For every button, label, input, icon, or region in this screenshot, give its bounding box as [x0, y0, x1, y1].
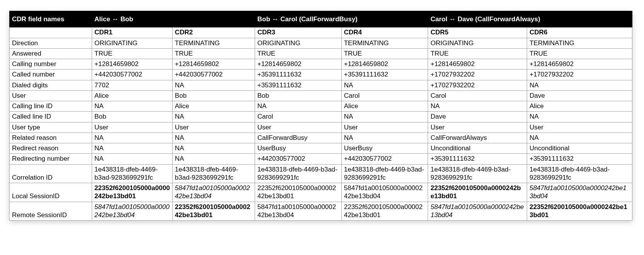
cell: 5847fd1a00105000a0000242be13bd04 — [527, 183, 632, 202]
cell: +442030577002 — [172, 70, 255, 80]
cell: NA — [341, 80, 428, 90]
cell: +12814659802 — [527, 59, 632, 70]
header-group-1-post: Bob — [118, 15, 133, 23]
cell: NA — [92, 143, 173, 154]
header-group-2: Bob ↔ Carol (CallForwardBusy) — [255, 11, 428, 27]
table-row: Calling line IDNAAliceNAAliceNAAlice — [10, 101, 632, 112]
row-field-name: Correlation ID — [10, 164, 92, 183]
header-group-3-post: Dave (CallForwardAlways) — [456, 15, 540, 23]
row-field-name: Called number — [10, 70, 92, 80]
cell: Alice — [527, 101, 632, 112]
row-field-name: Answered — [10, 48, 92, 59]
double-arrow-icon: ↔ — [112, 15, 118, 23]
cell: Bob — [92, 112, 173, 122]
cell: TRUE — [255, 48, 341, 59]
cdr-table: CDR field names Alice ↔ Bob Bob ↔ Carol … — [9, 11, 632, 221]
row-field-name: Remote SessionID — [10, 202, 92, 221]
cell: Alice — [341, 101, 428, 112]
cell: UserBusy — [341, 143, 428, 154]
row-field-name: Dialed digits — [10, 80, 92, 90]
table-row: Redirecting numberNANA+442030577002+4420… — [10, 154, 632, 164]
cell: Carol — [428, 90, 527, 101]
cell: TRUE — [92, 48, 173, 59]
cell: Bob — [172, 90, 255, 101]
cell: TERMINATING — [527, 38, 632, 48]
cell: 5847fd1a00105000a0000242be13bd04 — [255, 202, 341, 221]
header-group-2-post: Carol (CallForwardBusy) — [279, 15, 358, 23]
row-field-name: Related reason — [10, 133, 92, 143]
double-arrow-icon: ↔ — [449, 15, 456, 23]
cell: NA — [172, 80, 255, 90]
cell: Alice — [172, 101, 255, 112]
table-row: Correlation ID1e438318-dfeb-4469-b3ad-92… — [10, 164, 632, 183]
cell: NA — [341, 133, 428, 143]
cell: NA — [92, 154, 173, 164]
cell: NA — [172, 133, 255, 143]
header-cdr1: CDR1 — [92, 27, 173, 38]
cell: NA — [92, 101, 173, 112]
cell: +442030577002 — [92, 70, 173, 80]
cell: +35391111632 — [255, 80, 341, 90]
cell: TERMINATING — [172, 38, 255, 48]
cell: 1e438318-dfeb-4469-b3ad-9283699291fc — [527, 164, 632, 183]
cell: User — [92, 122, 173, 133]
table-row: User typeUserUserUserUserUserUser — [10, 122, 632, 133]
cell: Unconditional — [428, 143, 527, 154]
cell: Alice — [92, 90, 173, 101]
cell: 1e438318-dfeb-4469-b3ad-9283699291fc — [428, 164, 527, 183]
cell: 22352f6200105000a0000242be13bd01 — [428, 183, 527, 202]
header-cdr5: CDR5 — [428, 27, 527, 38]
row-field-name: Redirect reason — [10, 143, 92, 154]
cell: 5847fd1a00105000a0000242be13bd04 — [428, 202, 527, 221]
cell: TRUE — [428, 48, 527, 59]
cell: +35391111632 — [341, 70, 428, 80]
cell: 7702 — [92, 80, 173, 90]
cell: +35391111632 — [428, 154, 527, 164]
cell: ORIGINATING — [428, 38, 527, 48]
cell: +17027932202 — [428, 80, 527, 90]
table-row: Related reasonNANACallForwardBusyNACallF… — [10, 133, 632, 143]
cell: NA — [527, 80, 632, 90]
cell: User — [428, 122, 527, 133]
header-group-3-pre: Carol — [430, 15, 449, 23]
cell: 1e438318-dfeb-4469-b3ad-9283699291fc — [341, 164, 428, 183]
row-field-name: Calling line ID — [10, 101, 92, 112]
row-field-name: Local SessionID — [10, 183, 92, 202]
cell: CallForwardBusy — [255, 133, 341, 143]
cell: User — [341, 122, 428, 133]
table-row: Redirect reasonNANAUserBusyUserBusyUncon… — [10, 143, 632, 154]
cell: 22352f6200105000a0000242be13bd01 — [527, 202, 632, 221]
table-row: DirectionORIGINATINGTERMINATINGORIGINATI… — [10, 38, 632, 48]
cell: NA — [255, 101, 341, 112]
cell: NA — [428, 101, 527, 112]
cell: User — [255, 122, 341, 133]
header-group-2-pre: Bob — [257, 15, 272, 23]
row-field-name: Redirecting number — [10, 154, 92, 164]
cell: +35391111632 — [255, 70, 341, 80]
cell: 1e438318-dfeb-4469-b3ad-9283699291fc — [255, 164, 341, 183]
header-row-cdr: CDR1 CDR2 CDR3 CDR4 CDR5 CDR6 — [10, 27, 632, 38]
cell: 22352f6200105000a0000242be13bd01 — [341, 202, 428, 221]
cell: NA — [527, 133, 632, 143]
cell: 1e438318-dfeb-4469-b3ad-9283699291fc — [92, 164, 173, 183]
double-arrow-icon: ↔ — [272, 15, 279, 23]
table-row: AnsweredTRUETRUETRUETRUETRUETRUE — [10, 48, 632, 59]
cell: +12814659802 — [255, 59, 341, 70]
cell: +17027932202 — [428, 70, 527, 80]
cell: NA — [172, 154, 255, 164]
header-cdr3: CDR3 — [255, 27, 341, 38]
cell: +442030577002 — [255, 154, 341, 164]
header-cdr6: CDR6 — [527, 27, 632, 38]
cell: Carol — [341, 90, 428, 101]
header-empty — [10, 27, 92, 38]
table-row: Dialed digits7702NA+35391111632NA+170279… — [10, 80, 632, 90]
cell: 22352f6200105000a0000242be13bd01 — [255, 183, 341, 202]
header-cdr2: CDR2 — [172, 27, 255, 38]
cell: Carol — [255, 112, 341, 122]
cell: UserBusy — [255, 143, 341, 154]
header-field-names: CDR field names — [10, 11, 92, 27]
cell: 22352f6200105000a0000242be13bd01 — [92, 183, 173, 202]
cell: TRUE — [527, 48, 632, 59]
cell: +12814659802 — [92, 59, 173, 70]
cell: 5847fd1a00105000a0000242be13bd04 — [92, 202, 173, 221]
